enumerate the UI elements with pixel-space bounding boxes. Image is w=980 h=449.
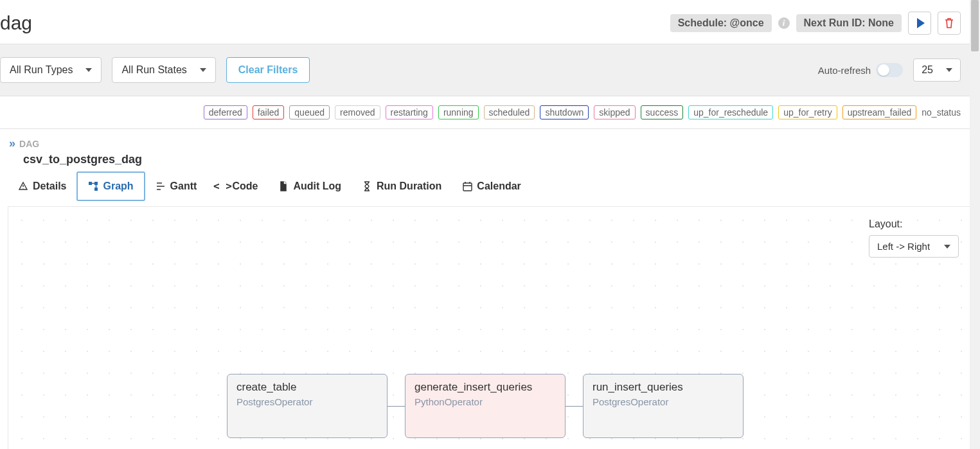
- document-icon: [278, 181, 289, 191]
- chevron-double-icon[interactable]: »: [9, 137, 15, 150]
- legend-up_for_retry[interactable]: up_for_retry: [778, 105, 837, 119]
- task-operator: PostgresOperator: [592, 396, 734, 407]
- legend-failed[interactable]: failed: [253, 105, 284, 119]
- run-states-select[interactable]: All Run States: [112, 57, 215, 83]
- breadcrumb: » DAG: [0, 129, 980, 153]
- run-types-label: All Run Types: [10, 64, 73, 76]
- edge: [388, 406, 405, 407]
- task-node-generate_insert_queries[interactable]: generate_insert_queriesPythonOperator: [405, 374, 566, 438]
- layout-select[interactable]: Left -> Right: [869, 235, 959, 258]
- legend-shutdown[interactable]: shutdown: [540, 105, 589, 119]
- legend-up_for_reschedule[interactable]: up_for_reschedule: [688, 105, 773, 119]
- next-run-badge: Next Run ID: None: [796, 14, 902, 32]
- gantt-icon: [156, 181, 166, 191]
- breadcrumb-label: DAG: [19, 139, 39, 149]
- trash-icon: [944, 17, 954, 29]
- info-icon[interactable]: i: [778, 17, 790, 29]
- chevron-down-icon: [85, 68, 92, 72]
- status-legend: deferredfailedqueuedremovedrestartingrun…: [0, 96, 980, 128]
- calendar-icon: [462, 181, 472, 191]
- layout-label: Layout:: [869, 218, 959, 230]
- svg-rect-2: [94, 188, 98, 191]
- graph-icon: [88, 181, 98, 191]
- tab-calendar[interactable]: Calendar: [452, 173, 531, 200]
- page-size-label: 25: [922, 64, 933, 76]
- clear-filters-button[interactable]: Clear Filters: [226, 57, 310, 83]
- legend-removed[interactable]: removed: [335, 105, 380, 119]
- code-icon: < >: [217, 181, 227, 191]
- task-title: create_table: [236, 381, 378, 394]
- svg-rect-3: [463, 183, 472, 191]
- hourglass-icon: [362, 181, 372, 191]
- tab-audit-log[interactable]: Audit Log: [268, 173, 352, 200]
- svg-rect-0: [89, 182, 92, 185]
- legend-skipped[interactable]: skipped: [594, 105, 635, 119]
- legend-success[interactable]: success: [641, 105, 684, 119]
- page-title: dag: [0, 12, 32, 34]
- vertical-scrollbar[interactable]: [970, 0, 980, 449]
- tab-graph[interactable]: Graph: [76, 172, 145, 201]
- legend-deferred[interactable]: deferred: [204, 105, 247, 119]
- auto-refresh-toggle[interactable]: [876, 63, 903, 77]
- play-icon: [917, 18, 925, 28]
- tab-code[interactable]: < > Code: [207, 173, 268, 200]
- play-button[interactable]: [908, 12, 931, 35]
- svg-rect-1: [94, 182, 98, 185]
- legend-upstream_failed[interactable]: upstream_failed: [842, 105, 917, 119]
- page-size-select[interactable]: 25: [913, 58, 961, 82]
- chevron-down-icon: [944, 245, 950, 249]
- schedule-badge: Schedule: @once: [670, 14, 772, 32]
- delete-button[interactable]: [938, 12, 961, 35]
- task-node-run_insert_queries[interactable]: run_insert_queriesPostgresOperator: [583, 374, 744, 438]
- task-operator: PostgresOperator: [236, 396, 378, 407]
- task-title: generate_insert_queries: [414, 381, 556, 394]
- edge: [566, 406, 583, 407]
- tab-run-duration[interactable]: Run Duration: [352, 173, 452, 200]
- run-types-select[interactable]: All Run Types: [0, 57, 102, 83]
- legend-running[interactable]: running: [438, 105, 479, 119]
- task-operator: PythonOperator: [414, 396, 556, 407]
- legend-queued[interactable]: queued: [289, 105, 330, 119]
- warning-icon: [18, 181, 28, 191]
- chevron-down-icon: [946, 68, 952, 72]
- dag-name: csv_to_postgres_dag: [0, 153, 980, 172]
- tab-details[interactable]: Details: [8, 173, 76, 200]
- task-title: run_insert_queries: [592, 381, 734, 394]
- legend-no-status[interactable]: no_status: [922, 107, 961, 118]
- legend-scheduled[interactable]: scheduled: [484, 105, 535, 119]
- chevron-down-icon: [200, 68, 206, 72]
- tab-gantt[interactable]: Gantt: [145, 173, 208, 200]
- task-node-create_table[interactable]: create_tablePostgresOperator: [227, 374, 388, 438]
- run-states-label: All Run States: [121, 64, 186, 76]
- auto-refresh-label: Auto-refresh: [818, 65, 871, 76]
- legend-restarting[interactable]: restarting: [386, 105, 433, 119]
- graph-canvas[interactable]: Layout: Left -> Right create_tablePostgr…: [8, 206, 972, 449]
